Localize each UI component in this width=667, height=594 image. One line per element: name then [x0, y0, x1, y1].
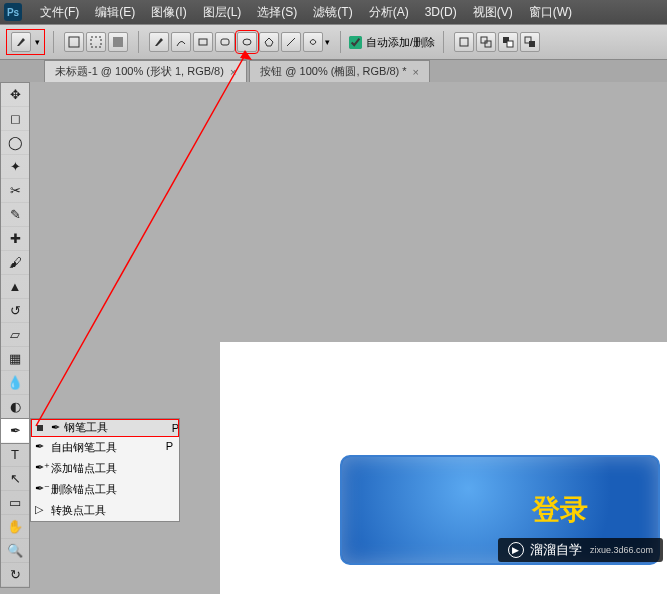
tab-label: 按钮 @ 100% (椭圆, RGB/8) * — [260, 64, 406, 79]
type-tool-icon[interactable]: T — [1, 443, 29, 467]
flyout-item-key: P — [172, 422, 179, 434]
svg-rect-3 — [199, 39, 207, 45]
roundrect-shape-icon[interactable] — [215, 32, 235, 52]
auto-add-delete-checkbox[interactable]: 自动添加/删除 — [349, 35, 435, 50]
convert-point-icon: ▷ — [35, 503, 43, 516]
watermark: ▶ 溜溜自学 zixue.3d66.com — [498, 538, 663, 562]
flyout-item-label: 删除锚点工具 — [51, 482, 117, 497]
play-icon: ▶ — [508, 542, 524, 558]
watermark-url: zixue.3d66.com — [590, 545, 653, 555]
flyout-item-label: 转换点工具 — [51, 503, 106, 518]
toolbox: ✥ ◻ ◯ ✦ ✂ ✎ ✚ 🖌 ▲ ↺ ▱ ▦ 💧 ◐ ✒ T ↖ ▭ ✋ 🔍 … — [0, 82, 30, 588]
svg-rect-1 — [91, 37, 101, 47]
flyout-item-label: 钢笔工具 — [64, 420, 172, 435]
pathop-intersect-icon[interactable] — [520, 32, 540, 52]
divider — [443, 31, 444, 53]
pen-tool-flyout: ✒ 钢笔工具 P ✒ 自由钢笔工具 P ✒⁺ 添加锚点工具 ✒⁻ 删除锚点工具 … — [30, 418, 180, 522]
line-shape-icon[interactable] — [281, 32, 301, 52]
auto-add-delete-label: 自动添加/删除 — [366, 35, 435, 50]
brush-tool-icon[interactable]: 🖌 — [1, 251, 29, 275]
app-logo: Ps — [4, 3, 22, 21]
svg-line-7 — [287, 38, 295, 46]
svg-rect-0 — [69, 37, 79, 47]
history-brush-icon[interactable]: ↺ — [1, 299, 29, 323]
zoom-tool-icon[interactable]: 🔍 — [1, 539, 29, 563]
rotate-view-icon[interactable]: ↻ — [1, 563, 29, 587]
tab-document-2[interactable]: 按钮 @ 100% (椭圆, RGB/8) * × — [249, 60, 430, 82]
menu-window[interactable]: 窗口(W) — [521, 4, 580, 21]
tool-preset-group: ▾ — [6, 29, 45, 55]
svg-rect-9 — [481, 37, 487, 43]
close-icon[interactable]: × — [413, 66, 419, 78]
menu-view[interactable]: 视图(V) — [465, 4, 521, 21]
svg-rect-14 — [529, 41, 535, 47]
dodge-tool-icon[interactable]: ◐ — [1, 395, 29, 419]
rect-shape-icon[interactable] — [193, 32, 213, 52]
hand-tool-icon[interactable]: ✋ — [1, 515, 29, 539]
freeform-pen-icon: ✒ — [35, 440, 44, 453]
watermark-brand: 溜溜自学 — [530, 541, 582, 559]
dropdown-icon[interactable]: ▾ — [325, 37, 330, 47]
shape-tool-icon[interactable]: ▭ — [1, 491, 29, 515]
ellipse-shape-icon[interactable] — [237, 32, 257, 52]
pen-tool-icon[interactable]: ✒ — [1, 419, 29, 443]
gradient-tool-icon[interactable]: ▦ — [1, 347, 29, 371]
paths-icon[interactable] — [86, 32, 106, 52]
polygon-shape-icon[interactable] — [259, 32, 279, 52]
flyout-item-label: 添加锚点工具 — [51, 461, 117, 476]
eraser-tool-icon[interactable]: ▱ — [1, 323, 29, 347]
freeform-pen-icon[interactable] — [171, 32, 191, 52]
tab-label: 未标题-1 @ 100% (形状 1, RGB/8) — [55, 64, 224, 79]
flyout-header[interactable]: ✒ 钢笔工具 P — [31, 419, 179, 437]
dropdown-icon[interactable]: ▾ — [35, 37, 40, 47]
svg-rect-4 — [221, 39, 229, 45]
svg-rect-10 — [485, 41, 491, 47]
flyout-item-add-anchor[interactable]: ✒⁺ 添加锚点工具 — [31, 458, 179, 479]
move-tool-icon[interactable]: ✥ — [1, 83, 29, 107]
flyout-item-key: P — [166, 440, 173, 455]
fill-pixels-icon[interactable] — [108, 32, 128, 52]
auto-add-delete-input[interactable] — [349, 36, 362, 49]
shape-layers-icon[interactable] — [64, 32, 84, 52]
menu-file[interactable]: 文件(F) — [32, 4, 87, 21]
delete-anchor-icon: ✒⁻ — [35, 482, 50, 495]
divider — [340, 31, 341, 53]
marquee-tool-icon[interactable]: ◻ — [1, 107, 29, 131]
blur-tool-icon[interactable]: 💧 — [1, 371, 29, 395]
custom-shape-icon[interactable] — [303, 32, 323, 52]
close-icon[interactable]: × — [230, 66, 236, 78]
add-anchor-icon: ✒⁺ — [35, 461, 50, 474]
menu-filter[interactable]: 滤镜(T) — [305, 4, 360, 21]
svg-rect-2 — [113, 37, 123, 47]
svg-rect-8 — [460, 38, 468, 46]
healing-tool-icon[interactable]: ✚ — [1, 227, 29, 251]
pen-mode-icon[interactable] — [149, 32, 169, 52]
divider — [53, 31, 54, 53]
pathop-new-icon[interactable] — [454, 32, 474, 52]
eyedropper-tool-icon[interactable]: ✎ — [1, 203, 29, 227]
svg-rect-12 — [507, 41, 513, 47]
flyout-item-label: 自由钢笔工具 — [51, 440, 117, 455]
tab-document-1[interactable]: 未标题-1 @ 100% (形状 1, RGB/8) × — [44, 60, 247, 82]
lasso-tool-icon[interactable]: ◯ — [1, 131, 29, 155]
menu-layer[interactable]: 图层(L) — [195, 4, 250, 21]
active-marker-icon — [37, 425, 43, 431]
pathop-add-icon[interactable] — [476, 32, 496, 52]
flyout-item-convert-point[interactable]: ▷ 转换点工具 — [31, 500, 179, 521]
pen-preset-icon[interactable] — [11, 32, 31, 52]
crop-tool-icon[interactable]: ✂ — [1, 179, 29, 203]
flyout-item-freeform-pen[interactable]: ✒ 自由钢笔工具 P — [31, 437, 179, 458]
svg-point-5 — [243, 39, 251, 45]
pen-icon: ✒ — [51, 421, 60, 434]
menu-select[interactable]: 选择(S) — [249, 4, 305, 21]
path-select-tool-icon[interactable]: ↖ — [1, 467, 29, 491]
divider — [138, 31, 139, 53]
menu-edit[interactable]: 编辑(E) — [87, 4, 143, 21]
flyout-item-delete-anchor[interactable]: ✒⁻ 删除锚点工具 — [31, 479, 179, 500]
menu-analysis[interactable]: 分析(A) — [361, 4, 417, 21]
menu-3d[interactable]: 3D(D) — [417, 5, 465, 19]
wand-tool-icon[interactable]: ✦ — [1, 155, 29, 179]
pathop-subtract-icon[interactable] — [498, 32, 518, 52]
stamp-tool-icon[interactable]: ▲ — [1, 275, 29, 299]
menu-image[interactable]: 图像(I) — [143, 4, 194, 21]
